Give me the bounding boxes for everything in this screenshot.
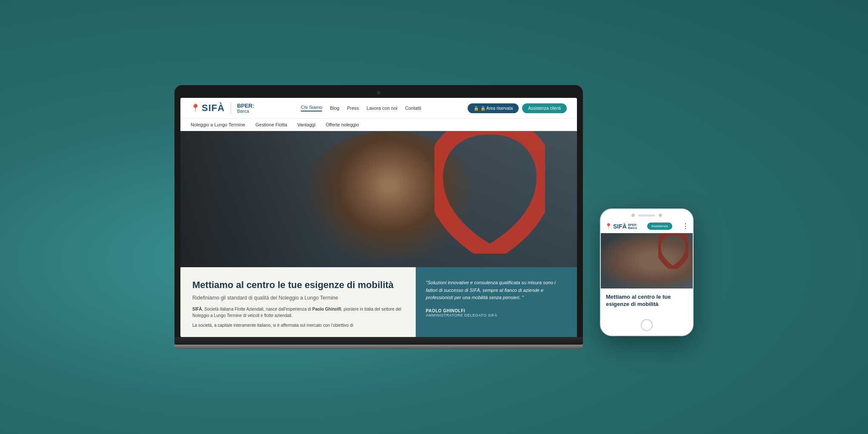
content-teal-box: "Soluzioni innovative e consulenza quali… [416, 267, 577, 337]
bper-top-text: BPER: [237, 103, 254, 109]
phone-sifa-logo: 📍 SIFÀ BPER:Banca [605, 223, 637, 230]
sub-navbar: Noleggio a Lungo Termine Gestione Flotta… [180, 119, 577, 131]
subnav-noleggio[interactable]: Noleggio a Lungo Termine [191, 122, 245, 127]
laptop-screen: 📍 SIFÀ BPER: Banca Chi Siamo Blog Press [180, 98, 577, 337]
nav-blog[interactable]: Blog [330, 106, 339, 111]
laptop-screen-body: 📍 SIFÀ BPER: Banca Chi Siamo Blog Press [174, 85, 583, 337]
bper-bottom-text: Banca [237, 109, 254, 114]
bper-logo: BPER: Banca [237, 103, 254, 114]
logo-sifa-text: SIFÀ [202, 103, 225, 114]
phone-home-button[interactable] [641, 319, 653, 331]
phone-speaker [638, 214, 655, 217]
area-riservata-button[interactable]: 🔒 🔒 Area riservata [468, 103, 519, 113]
phone-hero-section [601, 233, 693, 288]
page-body-1: SIFÀ, Società Italiana Flotte Aziendali,… [192, 306, 404, 319]
subnav-offerte[interactable]: Offerte noleggio [326, 122, 359, 127]
nav-press[interactable]: Press [347, 106, 359, 111]
nav-contatti[interactable]: Contatti [405, 106, 421, 111]
phone-content-section: Mettiamo al centro le tue esigenze di mo… [601, 288, 693, 315]
scene: 📍 SIFÀ BPER: Banca Chi Siamo Blog Press [174, 85, 694, 349]
laptop-device: 📍 SIFÀ BPER: Banca Chi Siamo Blog Press [174, 85, 583, 349]
navbar-actions: 🔒 🔒 Area riservata Assistenza clienti [468, 103, 567, 113]
top-nav-links: Chi Siamo Blog Press Lavora con noi Cont… [301, 105, 421, 111]
logo-divider [231, 102, 231, 114]
author-name-bold: Paolo Ghinolfi [312, 307, 341, 311]
quote-text: "Soluzioni innovative e consulenza quali… [426, 279, 567, 302]
page-main-title: Mettiamo al centro le tue esigenze di mo… [192, 279, 404, 291]
subnav-flotta[interactable]: Gestione Flotta [255, 122, 287, 127]
area-riservata-label: 🔒 Area riservata [480, 106, 513, 111]
laptop-camera [377, 91, 380, 94]
content-section: Mettiamo al centro le tue esigenze di mo… [180, 267, 577, 337]
phone-bottom-bezel [601, 315, 693, 335]
hero-section [180, 131, 577, 267]
phone-top-bezel [601, 209, 693, 220]
top-navbar: 📍 SIFÀ BPER: Banca Chi Siamo Blog Press [180, 98, 577, 119]
phone-assistenza-button[interactable]: Assistenza [647, 223, 672, 230]
subnav-vantaggi[interactable]: Vantaggi [297, 122, 316, 127]
phone-logo-bper-text: BPER:Banca [628, 223, 637, 229]
phone-navbar: 📍 SIFÀ BPER:Banca Assistenza ⋮ [601, 220, 693, 233]
quote-role: AMMINISTRATORE DELEGATO SIFÀ [426, 313, 567, 317]
laptop-foot [174, 345, 583, 349]
phone-camera [631, 214, 635, 217]
phone-device: 📍 SIFÀ BPER:Banca Assistenza ⋮ Mettiamo … [600, 208, 694, 336]
laptop-base [174, 337, 583, 345]
lock-icon: 🔒 [474, 106, 479, 111]
content-white-box: Mettiamo al centro le tue esigenze di mo… [180, 267, 416, 337]
assistenza-clienti-button[interactable]: Assistenza clienti [522, 103, 567, 113]
page-subtitle: Ridefiniamo gli standard di qualità del … [192, 295, 404, 301]
phone-hero-overlay [601, 233, 693, 288]
page-body-2: La società, a capitale interamente itali… [192, 322, 404, 328]
phone-menu-dots-icon[interactable]: ⋮ [682, 222, 688, 230]
nav-chi-siamo[interactable]: Chi Siamo [301, 105, 323, 111]
phone-page-title: Mettiamo al centro le tue esigenze di mo… [606, 294, 688, 308]
sifa-name-bold: SIFÀ [192, 307, 202, 311]
logo-pin-icon: 📍 [191, 103, 200, 113]
hero-red-circle-graphic [434, 131, 545, 254]
phone-camera-2 [659, 214, 662, 217]
navbar-left: 📍 SIFÀ BPER: Banca [191, 102, 254, 114]
nav-lavora[interactable]: Lavora con noi [367, 106, 397, 111]
phone-logo-pin-icon: 📍 [605, 223, 612, 229]
sifa-logo: 📍 SIFÀ [191, 103, 225, 114]
phone-logo-sifa-text: SIFÀ [613, 223, 627, 230]
quote-author: PAOLO GHINOLFI [426, 308, 567, 313]
